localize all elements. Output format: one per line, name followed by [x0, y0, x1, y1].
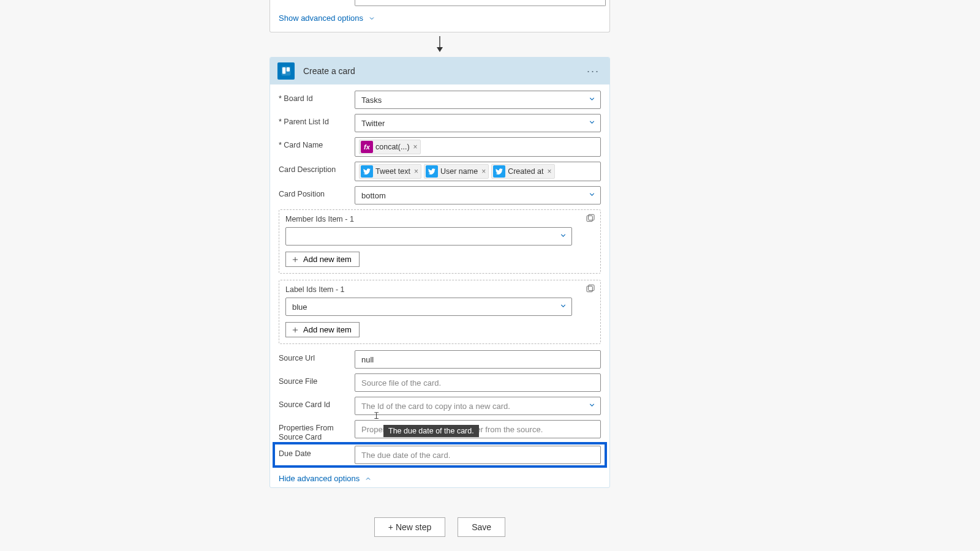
card-name-input[interactable]: fx concat(...) ×: [355, 137, 601, 157]
expression-token[interactable]: fx concat(...) ×: [359, 140, 421, 154]
label-ids-group: Label Ids Item - 1 blue Add new item: [279, 280, 601, 344]
token-remove-icon[interactable]: ×: [548, 167, 552, 176]
token-label: Created at: [508, 167, 543, 176]
svg-rect-5: [589, 214, 594, 220]
chevron-down-icon: [368, 15, 375, 22]
hide-advanced-link[interactable]: Hide advanced options: [279, 474, 372, 483]
due-date-label: Due Date: [279, 446, 351, 458]
token-label: User name: [440, 167, 478, 176]
svg-rect-8: [587, 286, 592, 291]
fx-icon: fx: [361, 141, 373, 153]
previous-action-card: Show advanced options: [270, 0, 610, 32]
member-ids-group: Member Ids Item - 1 Add new item: [279, 209, 601, 274]
parent-list-id-label: Parent List Id: [279, 114, 351, 126]
token-remove-icon[interactable]: ×: [413, 143, 418, 151]
chevron-up-icon: [364, 475, 372, 482]
due-date-highlighted-row: Due Date The due date of the card.: [274, 443, 606, 467]
add-label-item-button[interactable]: Add new item: [285, 322, 360, 337]
due-date-input[interactable]: The due date of the card.: [355, 446, 601, 464]
properties-from-source-label: Properties From Source Card: [279, 420, 351, 442]
token-remove-icon[interactable]: ×: [414, 167, 418, 176]
source-file-label: Source File: [279, 373, 351, 386]
add-item-label: Add new item: [303, 255, 352, 264]
source-url-label: Source Url: [279, 350, 351, 362]
text-cursor-icon: 𝙸: [373, 410, 380, 421]
action-title: Create a card: [303, 66, 576, 76]
footer-buttons: + New step Save: [270, 517, 610, 537]
previous-input-stub: [355, 0, 606, 6]
save-button[interactable]: Save: [458, 517, 505, 537]
show-advanced-link[interactable]: Show advanced options: [279, 13, 375, 23]
source-card-id-select[interactable]: The Id of the card to copy into a new ca…: [355, 397, 601, 415]
show-advanced-label: Show advanced options: [279, 13, 363, 23]
card-description-label: Card Description: [279, 162, 351, 174]
svg-rect-4: [587, 216, 592, 221]
card-position-label: Card Position: [279, 186, 351, 198]
svg-rect-2: [282, 67, 285, 74]
twitter-icon: [493, 165, 505, 178]
twitter-icon: [426, 165, 438, 178]
source-url-input[interactable]: null: [355, 350, 601, 369]
flow-arrow-icon: [270, 36, 610, 53]
token-label: concat(...): [375, 143, 410, 151]
card-description-input[interactable]: Tweet text × User name × Created at ×: [355, 162, 601, 181]
dynamic-token[interactable]: Created at ×: [491, 164, 554, 179]
parent-list-id-select[interactable]: Twitter: [355, 114, 601, 132]
token-remove-icon[interactable]: ×: [481, 167, 486, 176]
member-ids-label: Member Ids Item - 1: [285, 215, 594, 223]
board-id-select[interactable]: Tasks: [355, 91, 601, 109]
due-date-tooltip: The due date of the card.: [383, 425, 479, 437]
card-position-select[interactable]: bottom: [355, 186, 601, 204]
label-ids-select[interactable]: blue: [285, 298, 572, 316]
svg-rect-3: [287, 67, 290, 72]
source-card-id-label: Source Card Id: [279, 397, 351, 409]
trello-icon: [277, 62, 295, 80]
dynamic-token[interactable]: Tweet text ×: [359, 164, 421, 179]
add-member-item-button[interactable]: Add new item: [285, 252, 360, 267]
plus-icon: [291, 326, 300, 334]
token-label: Tweet text: [375, 167, 410, 176]
add-item-label: Add new item: [303, 325, 352, 334]
plus-icon: [291, 255, 300, 264]
board-id-label: Board Id: [279, 91, 351, 103]
svg-rect-9: [589, 285, 594, 290]
switch-array-icon[interactable]: [586, 284, 595, 296]
create-card-action: Create a card ··· Board Id Tasks Parent …: [270, 57, 610, 488]
twitter-icon: [361, 165, 373, 178]
action-header[interactable]: Create a card ···: [270, 58, 609, 84]
switch-array-icon[interactable]: [586, 214, 595, 226]
card-name-label: Card Name: [279, 137, 351, 149]
action-menu-button[interactable]: ···: [584, 65, 602, 78]
dynamic-token[interactable]: User name ×: [424, 164, 489, 179]
source-file-input[interactable]: Source file of the card.: [355, 373, 601, 392]
label-ids-label: Label Ids Item - 1: [285, 285, 594, 294]
hide-advanced-label: Hide advanced options: [279, 474, 360, 483]
new-step-button[interactable]: + New step: [374, 517, 445, 537]
member-ids-select[interactable]: [285, 227, 572, 246]
